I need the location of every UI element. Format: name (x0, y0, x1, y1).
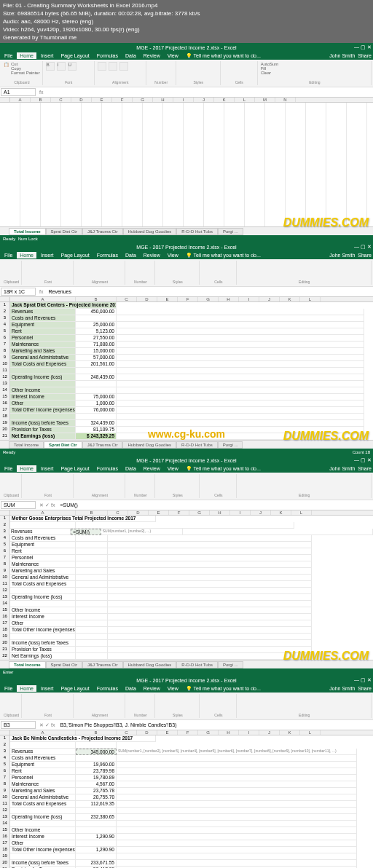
spreadsheet-grid[interactable]: 1Jack Be Nimble Candlesticks - Projected… (0, 735, 373, 868)
tab-review[interactable]: Review (141, 252, 163, 259)
fx-icon[interactable]: fx (51, 502, 55, 508)
sheet-tab[interactable]: J&J Trauma Ctr (82, 661, 123, 668)
user[interactable]: John Smith (329, 53, 355, 58)
col-l[interactable]: L (235, 98, 255, 102)
fx-icon[interactable]: fx (39, 90, 43, 95)
col-c[interactable]: C (51, 98, 71, 102)
tab-data[interactable]: Data (122, 252, 139, 259)
formula-input[interactable] (46, 92, 373, 93)
merge-button[interactable] (119, 62, 128, 71)
share-button[interactable]: Share (358, 253, 372, 258)
col-n[interactable]: N (275, 98, 296, 102)
bold-button[interactable]: B (46, 62, 55, 71)
tab-review[interactable]: Review (141, 685, 163, 692)
share-button[interactable]: Share (358, 466, 372, 471)
user[interactable]: John Smith (329, 253, 355, 258)
tab-home[interactable]: Home (17, 685, 36, 692)
tab-formulas[interactable]: Formulas (94, 252, 121, 259)
tab-view[interactable]: View (165, 252, 181, 259)
sheet-tab[interactable]: Sprat Diet Ctr (44, 441, 82, 449)
tab-data[interactable]: Data (122, 52, 139, 59)
sheet-tab[interactable]: Hubbard Dog Goodies (122, 441, 176, 449)
tab-review[interactable]: Review (141, 465, 163, 472)
col-e[interactable]: E (92, 98, 112, 102)
sheet-tab[interactable]: Porgi ... (218, 441, 243, 449)
tab-file[interactable]: File (1, 465, 15, 472)
tab-file[interactable]: File (1, 52, 15, 59)
tab-insert[interactable]: Insert (38, 685, 57, 692)
share-button[interactable]: Share (358, 686, 372, 691)
tab-file[interactable]: File (1, 685, 15, 692)
tab-formulas[interactable]: Formulas (94, 465, 121, 472)
confirm-icon[interactable]: ✓ (45, 722, 50, 728)
col-d[interactable]: D (71, 98, 92, 102)
sheet-tab[interactable]: R-D-D Hot Tubs (176, 661, 218, 668)
cancel-icon[interactable]: ✕ (39, 502, 44, 508)
align-left[interactable] (98, 62, 106, 71)
tab-data[interactable]: Data (122, 685, 139, 692)
sheet-tab[interactable]: R-D-D Hot Tubs (176, 228, 218, 235)
tab-view[interactable]: View (165, 685, 181, 692)
window-controls[interactable]: — ▢ ✕ (354, 44, 372, 50)
window-controls[interactable]: — ▢ ✕ (354, 677, 372, 683)
sheet-tab[interactable]: Sprat Diet Ctr (46, 228, 82, 235)
user[interactable]: John Smith (329, 466, 355, 471)
sheet-tab[interactable]: Porgi ... (218, 661, 243, 668)
col-b[interactable]: B (31, 98, 51, 102)
tab-review[interactable]: Review (141, 52, 163, 59)
col-j[interactable]: J (194, 98, 214, 102)
sheet-tab[interactable]: J&J Trauma Ctr (82, 228, 123, 235)
window-controls[interactable]: — ▢ ✕ (354, 244, 372, 250)
formula-input[interactable]: B3,'Simon Pie Shoppes'!B3, J. Nimble Can… (58, 722, 373, 728)
sheet-tab[interactable]: Total Income (9, 228, 46, 235)
share-button[interactable]: Share (358, 53, 372, 58)
spreadsheet-grid[interactable]: 1Jack Sprat Diet Centers - Projected Inc… (0, 302, 373, 440)
tab-home[interactable]: Home (17, 52, 36, 59)
tellme[interactable]: 💡 Tell me what you want to do... (183, 685, 264, 693)
tab-home[interactable]: Home (17, 252, 36, 259)
tab-view[interactable]: View (165, 52, 181, 59)
tellme[interactable]: 💡 Tell me what you want to do... (183, 52, 264, 60)
sheet-tab[interactable]: R-D-D Hot Tubs (176, 441, 218, 449)
tab-pagelayout[interactable]: Page Layout (58, 252, 92, 259)
name-box[interactable]: SUM (1, 501, 36, 509)
spreadsheet-grid[interactable]: 1Mother Goose Enterprises Total Projecte… (0, 516, 373, 660)
formula-input[interactable]: Revenues (46, 288, 373, 295)
tab-pagelayout[interactable]: Page Layout (58, 52, 92, 59)
window-controls[interactable]: — ▢ ✕ (354, 457, 372, 463)
tab-insert[interactable]: Insert (38, 465, 57, 472)
fx-icon[interactable]: fx (39, 289, 43, 294)
clear[interactable]: Clear (261, 71, 369, 75)
col-m[interactable]: M (255, 98, 275, 102)
tab-data[interactable]: Data (122, 465, 139, 472)
sheet-tab[interactable]: Porgi ... (218, 228, 243, 235)
formula-input[interactable]: =SUM() (58, 502, 373, 508)
tab-insert[interactable]: Insert (38, 52, 57, 59)
sheet-tab[interactable]: Hubbard Dog Goodies (123, 228, 177, 235)
name-box[interactable]: A1 (1, 88, 36, 96)
col-g[interactable]: G (133, 98, 153, 102)
format-painter[interactable]: Format Painter (11, 71, 40, 75)
tellme[interactable]: 💡 Tell me what you want to do... (183, 252, 264, 259)
cancel-icon[interactable]: ✕ (39, 722, 44, 728)
paste-button[interactable]: 📋 (4, 62, 9, 75)
confirm-icon[interactable]: ✓ (45, 502, 50, 508)
sheet-tab[interactable]: Total Income (9, 661, 46, 668)
tab-file[interactable]: File (1, 252, 15, 259)
tab-pagelayout[interactable]: Page Layout (58, 465, 92, 472)
tab-formulas[interactable]: Formulas (94, 52, 121, 59)
sheet-tab[interactable]: J&J Trauma Ctr (82, 441, 123, 449)
col-a[interactable]: A (10, 98, 31, 102)
sheet-tab[interactable]: Total Income (9, 441, 44, 449)
spreadsheet-grid[interactable] (0, 103, 373, 226)
underline-button[interactable]: U (68, 62, 76, 71)
tab-formulas[interactable]: Formulas (94, 685, 121, 692)
col-i[interactable]: I (173, 98, 194, 102)
tab-pagelayout[interactable]: Page Layout (58, 685, 92, 692)
col-f[interactable]: F (112, 98, 133, 102)
align-center[interactable] (109, 62, 117, 71)
name-box[interactable]: 18R x 1C (1, 288, 36, 296)
user[interactable]: John Smith (329, 686, 355, 691)
tab-view[interactable]: View (165, 465, 181, 472)
sheet-tab[interactable]: Sprat Diet Ctr (46, 661, 82, 668)
